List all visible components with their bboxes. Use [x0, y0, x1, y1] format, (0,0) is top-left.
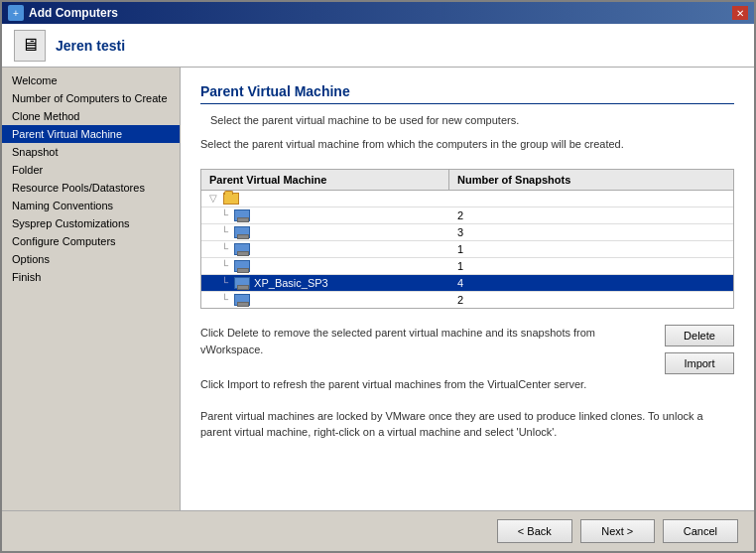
- section-subtitle: Select the parent virtual machine to be …: [210, 114, 734, 126]
- snapshot-cell: 4: [449, 275, 598, 291]
- vm-icon: [234, 260, 250, 272]
- tree-line-icon: └: [221, 260, 228, 271]
- vm-cell: └ XP_Basic_SP3: [201, 275, 449, 291]
- vm-icon: [234, 277, 250, 289]
- table-row[interactable]: └ 1: [201, 241, 733, 258]
- wizard-header: 🖥 Jeren testi: [2, 24, 754, 68]
- sidebar-item-parent-vm[interactable]: Parent Virtual Machine: [2, 125, 180, 143]
- add-computers-window: + Add Computers ✕ 🖥 Jeren testi Welcome …: [0, 0, 756, 553]
- vm-cell: └: [201, 207, 449, 223]
- title-bar: + Add Computers ✕: [2, 2, 754, 24]
- import-info: Click Import to refresh the parent virtu…: [200, 376, 655, 394]
- tree-line-icon: └: [221, 226, 228, 237]
- vm-icon: [234, 226, 250, 238]
- tree-line-icon: └: [221, 209, 228, 220]
- snapshot-cell: 1: [449, 241, 598, 257]
- delete-info: Click Delete to remove the selected pare…: [200, 325, 655, 359]
- vm-icon: [234, 209, 250, 221]
- table-row[interactable]: └ 2: [201, 292, 733, 308]
- sidebar-item-folder[interactable]: Folder: [2, 161, 180, 179]
- vm-icon: [234, 243, 250, 255]
- wizard-icon: 🖥: [14, 30, 46, 62]
- table-row[interactable]: ▽: [201, 191, 733, 207]
- tree-line-icon: └: [221, 277, 228, 288]
- snapshot-cell: 2: [449, 207, 598, 223]
- sidebar-item-clone-method[interactable]: Clone Method: [2, 107, 180, 125]
- tree-expand-icon: ▽: [209, 193, 217, 204]
- col-header-vm: Parent Virtual Machine: [201, 170, 449, 190]
- footer: < Back Next > Cancel: [2, 510, 754, 551]
- vm-cell: └: [201, 241, 449, 257]
- title-bar-left: + Add Computers: [8, 5, 118, 21]
- cancel-button[interactable]: Cancel: [663, 519, 738, 543]
- snapshot-cell: [449, 197, 598, 201]
- vm-cell: ▽: [201, 191, 449, 207]
- sidebar: Welcome Number of Computers to Create Cl…: [2, 68, 181, 510]
- table-header: Parent Virtual Machine Number of Snapsho…: [201, 170, 733, 191]
- tree-line-icon: └: [221, 294, 228, 305]
- main-content: Parent Virtual Machine Select the parent…: [181, 68, 754, 510]
- vm-cell: └: [201, 292, 449, 308]
- table-row[interactable]: └ 2: [201, 207, 733, 224]
- next-button[interactable]: Next >: [580, 519, 655, 543]
- close-button[interactable]: ✕: [732, 6, 748, 20]
- window-icon: +: [8, 5, 24, 21]
- info-area: Click Delete to remove the selected pare…: [200, 325, 665, 394]
- vm-cell: └: [201, 224, 449, 240]
- folder-icon: [223, 193, 239, 205]
- table-row[interactable]: └ 3: [201, 224, 733, 241]
- import-button[interactable]: Import: [665, 352, 734, 374]
- snapshot-cell: 1: [449, 258, 598, 274]
- tree-line-icon: └: [221, 243, 228, 254]
- wizard-title: Jeren testi: [56, 38, 125, 54]
- delete-button[interactable]: Delete: [665, 325, 734, 346]
- action-buttons: Delete Import: [665, 325, 734, 374]
- section-title: Parent Virtual Machine: [200, 83, 734, 104]
- sidebar-item-configure[interactable]: Configure Computers: [2, 232, 180, 250]
- snapshot-cell: 3: [449, 224, 598, 240]
- sidebar-item-finish[interactable]: Finish: [2, 268, 180, 286]
- vm-table: Parent Virtual Machine Number of Snapsho…: [200, 169, 734, 309]
- vm-name: XP_Basic_SP3: [254, 277, 328, 289]
- vm-cell: └: [201, 258, 449, 274]
- sidebar-item-naming[interactable]: Naming Conventions: [2, 197, 180, 214]
- table-row[interactable]: └ 1: [201, 258, 733, 275]
- sidebar-item-welcome[interactable]: Welcome: [2, 71, 180, 89]
- sidebar-item-options[interactable]: Options: [2, 250, 180, 268]
- action-area: Click Delete to remove the selected pare…: [200, 325, 734, 394]
- notice-area: Parent virtual machines are locked by VM…: [200, 408, 734, 441]
- sidebar-item-num-computers[interactable]: Number of Computers to Create: [2, 89, 180, 107]
- sidebar-item-resource-pools[interactable]: Resource Pools/Datastores: [2, 179, 180, 197]
- back-button[interactable]: < Back: [497, 519, 572, 543]
- sidebar-item-sysprep[interactable]: Sysprep Customizations: [2, 214, 180, 232]
- table-row-selected[interactable]: └ XP_Basic_SP3 4: [201, 275, 733, 292]
- col-header-snapshots: Number of Snapshots: [449, 170, 598, 190]
- description: Select the parent virtual machine from w…: [200, 136, 734, 153]
- sidebar-item-snapshot[interactable]: Snapshot: [2, 143, 180, 161]
- wizard-body: Welcome Number of Computers to Create Cl…: [2, 68, 754, 510]
- window-title: Add Computers: [29, 6, 118, 20]
- snapshot-cell: 2: [449, 292, 598, 308]
- vm-icon: [234, 294, 250, 306]
